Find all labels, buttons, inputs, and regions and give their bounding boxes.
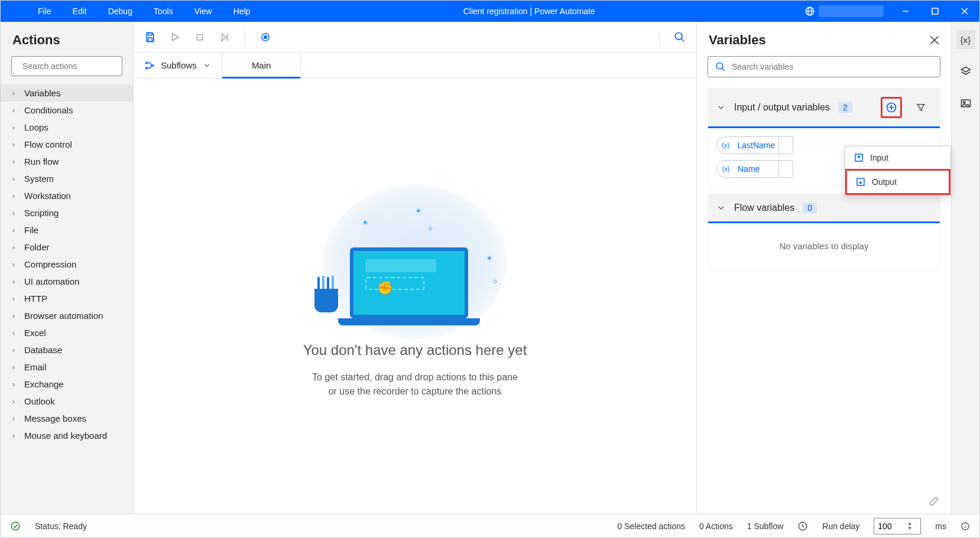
tab-main[interactable]: Main (222, 53, 301, 78)
actions-category-list[interactable]: ›Variables ›Conditionals ›Loops ›Flow co… (1, 84, 133, 514)
variables-close-button[interactable] (930, 35, 939, 45)
delay-spinner[interactable]: ▲▼ (907, 521, 912, 531)
svg-rect-4 (148, 32, 152, 35)
flow-variables-empty: No variables to display (708, 223, 940, 269)
run-button[interactable] (167, 29, 183, 45)
variable-name[interactable]: {x} Name (716, 160, 793, 178)
action-cat-folder[interactable]: ›Folder (1, 239, 133, 256)
rail-ui-elements-button[interactable] (956, 62, 975, 81)
add-input-variable[interactable]: Input (845, 146, 950, 169)
variable-label: Name (734, 164, 763, 174)
subflows-dropdown[interactable]: Subflows (134, 53, 222, 78)
menu-view[interactable]: View (184, 6, 223, 16)
svg-point-19 (11, 522, 20, 530)
subflows-icon (144, 60, 155, 71)
menu-file[interactable]: File (27, 6, 62, 16)
action-cat-browser-automation[interactable]: ›Browser automation (1, 307, 133, 324)
window-maximize[interactable] (920, 1, 950, 22)
empty-state-text: To get started, drag and drop actions to… (312, 370, 518, 399)
actions-search-input[interactable] (22, 61, 126, 71)
variable-lastname[interactable]: {x} LastName (716, 136, 793, 154)
save-button[interactable] (142, 29, 158, 45)
chevron-right-icon: › (12, 106, 18, 115)
variable-icon: {x} (718, 161, 734, 177)
chevron-down-icon (203, 61, 211, 70)
flow-variables-count: 0 (803, 203, 817, 213)
action-cat-variables[interactable]: ›Variables (1, 84, 133, 102)
recorder-button[interactable] (257, 29, 274, 45)
action-cat-excel[interactable]: ›Excel (1, 324, 133, 341)
chevron-down-icon[interactable] (716, 203, 726, 213)
info-icon[interactable] (960, 521, 970, 531)
menu-tools[interactable]: Tools (143, 6, 184, 16)
selected-actions-count: 0 Selected actions (618, 521, 685, 531)
menu-bar: File Edit Debug Tools View Help (1, 6, 261, 16)
flow-variables-section: Flow variables 0 No variables to display (708, 194, 940, 269)
clock-icon (797, 521, 808, 532)
chevron-right-icon: › (12, 192, 18, 200)
run-delay-input[interactable] (878, 521, 907, 531)
action-cat-file[interactable]: ›File (1, 221, 133, 239)
menu-debug[interactable]: Debug (98, 6, 143, 16)
search-flow-button[interactable] (671, 29, 688, 45)
action-cat-workstation[interactable]: ›Workstation (1, 187, 133, 204)
filter-icon (916, 102, 926, 113)
run-delay-field[interactable]: ▲▼ (874, 518, 921, 534)
action-cat-flow-control[interactable]: ›Flow control (1, 136, 133, 153)
stop-button[interactable] (192, 29, 208, 45)
variable-icon: {x} (718, 137, 734, 154)
window-minimize[interactable] (891, 1, 920, 22)
window-close[interactable] (950, 1, 979, 22)
environment-picker[interactable] (797, 5, 891, 17)
rail-images-button[interactable] (956, 94, 975, 113)
action-cat-database[interactable]: ›Database (1, 341, 133, 358)
braces-icon: {x} (960, 35, 971, 45)
add-variable-menu: Input Output (845, 146, 951, 195)
flow-variables-title: Flow variables (734, 203, 794, 213)
chevron-right-icon: › (12, 380, 18, 389)
subflows-count: 1 Subflow (747, 521, 783, 531)
chevron-right-icon: › (12, 141, 18, 149)
menu-help[interactable]: Help (223, 6, 261, 16)
add-output-variable[interactable]: Output (845, 169, 950, 195)
subflow-tabs: Subflows Main (134, 53, 696, 79)
chevron-right-icon: › (12, 89, 18, 97)
io-variables-count: 2 (838, 102, 852, 113)
action-cat-run-flow[interactable]: ›Run flow (1, 153, 133, 170)
rail-variables-button[interactable]: {x} (956, 30, 975, 49)
action-cat-mouse-keyboard[interactable]: ›Mouse and keyboard (1, 427, 133, 444)
add-variable-button[interactable] (881, 97, 902, 118)
chevron-right-icon: › (12, 295, 18, 303)
action-cat-http[interactable]: ›HTTP (1, 290, 133, 307)
action-cat-compression[interactable]: ›Compression (1, 256, 133, 273)
action-cat-scripting[interactable]: ›Scripting (1, 204, 133, 221)
action-cat-ui-automation[interactable]: ›UI automation (1, 273, 133, 290)
actions-count: 0 Actions (699, 521, 733, 531)
chevron-right-icon: › (12, 415, 18, 423)
action-cat-message-boxes[interactable]: ›Message boxes (1, 410, 133, 427)
action-cat-loops[interactable]: ›Loops (1, 119, 133, 136)
subflows-label: Subflows (161, 60, 197, 70)
chevron-right-icon: › (12, 312, 18, 320)
action-cat-email[interactable]: ›Email (1, 358, 133, 376)
menu-edit[interactable]: Edit (62, 6, 98, 16)
step-button[interactable] (216, 29, 233, 45)
status-text: Status: Ready (35, 521, 87, 531)
chevron-down-icon[interactable] (716, 103, 726, 112)
action-cat-outlook[interactable]: ›Outlook (1, 393, 133, 410)
variables-search[interactable] (708, 56, 940, 77)
variables-search-input[interactable] (732, 62, 933, 71)
clear-variables-button[interactable] (929, 496, 939, 507)
designer-canvas[interactable]: ✦ ✦ ✧ ✦ ✧ ✊ You don't have (134, 79, 696, 514)
filter-variables-button[interactable] (910, 97, 932, 118)
actions-search[interactable] (11, 56, 122, 76)
right-rail: {x} (951, 22, 979, 514)
action-cat-conditionals[interactable]: ›Conditionals (1, 102, 133, 119)
variable-label: LastName (734, 141, 779, 150)
io-variables-title: Input / output variables (734, 102, 830, 113)
input-icon (854, 152, 864, 163)
eraser-icon (929, 496, 939, 507)
plus-circle-icon (885, 102, 897, 113)
action-cat-system[interactable]: ›System (1, 170, 133, 187)
action-cat-exchange[interactable]: ›Exchange (1, 376, 133, 393)
